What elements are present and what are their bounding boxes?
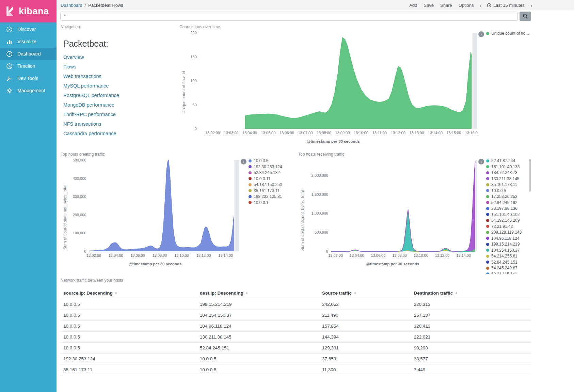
options-button[interactable]: Options [459, 3, 474, 8]
connections-area-chart[interactable]: 05010015020013:02:0013:03:0013:04:0013:0… [188, 31, 478, 138]
sidebar-item-dashboard[interactable]: Dashboard [0, 48, 57, 60]
legend-color-dot [249, 159, 252, 162]
y-tick-label: 200,000 [73, 213, 86, 217]
x-tick-label: 13:07:00 [298, 131, 313, 135]
legend-item[interactable]: 52.41.87.244 [486, 159, 522, 163]
x-tick-label: 13:15:00 [446, 131, 461, 135]
legend-item[interactable]: 10.0.0.5 [486, 189, 522, 193]
legend-item[interactable]: 151.101.40.133 [486, 165, 522, 169]
legend-item[interactable]: 10.0.0.1 [249, 201, 282, 205]
sidebar-item-visualize[interactable]: Visualize [0, 35, 57, 48]
time-picker[interactable]: Last 15 minutes [487, 3, 525, 8]
legend-item[interactable]: 54.245.249.67 [486, 266, 522, 270]
legend-label: 10.0.0.11 [254, 177, 270, 181]
x-tick-label: 13:06:00 [371, 253, 385, 257]
nav-link-thrift-rpc-performance[interactable]: Thrift-RPC performance [63, 112, 176, 117]
column-header-source-ip[interactable]: source.ip: Descending▲▼ [61, 287, 197, 299]
nav-link-cassandra-performance[interactable]: Cassandra performance [63, 131, 176, 136]
query-bar [57, 10, 574, 22]
legend-color-dot [486, 195, 489, 198]
nav-link-flows[interactable]: Flows [63, 64, 176, 69]
sidebar-item-timelion[interactable]: Timelion [0, 60, 57, 72]
nav-link-nfs-transactions[interactable]: NFS transactions [63, 122, 176, 127]
legend-item[interactable]: 209.128.119.143 [486, 230, 522, 234]
legend-item[interactable]: 35.161.173.11 [249, 189, 282, 193]
legend-toggle-button[interactable]: › [478, 159, 484, 164]
nav-link-mysql-performance[interactable]: MySQL performance [63, 83, 176, 89]
search-input[interactable] [60, 12, 518, 21]
x-tick-label: 13:05:00 [261, 131, 275, 135]
nav-link-overview[interactable]: Overview [63, 55, 176, 60]
search-button[interactable] [520, 12, 531, 21]
nav-link-web-transactions[interactable]: Web transactions [63, 74, 176, 79]
nav-link-mongodb-performance[interactable]: MongoDB performance [63, 103, 176, 108]
y-tick-label: 1,500,000 [312, 192, 328, 197]
legend-item[interactable]: 130.211.38.145 [486, 177, 522, 181]
legend-item[interactable]: 54.214.255.61 [486, 254, 522, 258]
chevron-left-icon[interactable]: ‹ [480, 2, 482, 9]
chevron-right-icon: › [481, 160, 482, 164]
legend-label: 52.84.245.151 [491, 260, 517, 264]
table-cell: 222,021 [411, 332, 531, 343]
column-header-source-traffic[interactable]: Source traffic▲▼ [319, 287, 411, 299]
legend-item[interactable]: 198.232.125.81 [249, 194, 282, 199]
legend-color-dot [249, 171, 252, 174]
legend-item[interactable]: 52.84.245.182 [249, 171, 282, 175]
sort-icon[interactable]: ▲▼ [354, 292, 356, 295]
x-tick-label: 13:04:00 [242, 131, 257, 135]
legend-label: 104.96.118.124 [491, 236, 520, 240]
nav-link-postgresql-performance[interactable]: PostgreSQL performance [63, 93, 176, 98]
y-tick-label: 2,000,000 [312, 173, 328, 177]
legend-item[interactable]: 10.0.0.11 [249, 177, 282, 181]
legend-item[interactable]: 54.187.150.250 [249, 183, 282, 187]
kibana-logo-icon [4, 5, 16, 17]
main-area: Dashboard / Packetbeat Flows AddSaveShar… [57, 0, 574, 392]
legend-color-dot [486, 237, 489, 240]
legend-color-dot [486, 32, 489, 35]
sort-icon[interactable]: ▲▼ [455, 292, 458, 295]
x-tick-label: 13:08:00 [317, 131, 331, 135]
receiving-traffic-area-chart[interactable]: 0500,0001,000,0001,500,0002,000,00013:02… [307, 158, 478, 260]
table-cell: 35.161.173.11 [61, 364, 197, 375]
legend-item[interactable]: 104.96.118.124 [486, 236, 522, 240]
legend-item[interactable]: 10.0.0.5 [249, 159, 282, 163]
legend-item[interactable]: 151.101.40.102 [486, 213, 522, 217]
x-tick-label: 13:10:00 [414, 253, 428, 257]
legend-item[interactable]: 17.253.26.253 [486, 194, 522, 199]
chevron-right-icon[interactable]: › [530, 2, 532, 9]
legend-item[interactable]: 184.72.248.73 [486, 171, 522, 175]
creating-traffic-area-chart[interactable]: 0100,000200,000300,000400,000500,00013:0… [69, 158, 241, 260]
sidebar-item-discover[interactable]: Discover [0, 23, 57, 35]
legend-color-dot [486, 177, 489, 180]
legend-item[interactable]: 104.254.150.37 [486, 248, 522, 252]
legend-item[interactable]: 23.197.98.136 [486, 206, 522, 210]
sort-icon[interactable]: ▲▼ [245, 292, 248, 295]
x-tick-label: 13:13:00 [409, 131, 424, 135]
save-button[interactable]: Save [424, 3, 434, 8]
legend-label: 52.84.245.182 [254, 171, 280, 175]
sidebar-item-dev-tools[interactable]: Dev Tools [0, 72, 57, 84]
legend-item[interactable]: 52.84.245.182 [486, 201, 522, 205]
legend-item[interactable]: Unique count of flow… [486, 31, 531, 35]
legend-toggle-button[interactable]: › [478, 31, 484, 37]
column-header-dest-ip[interactable]: dest.ip: Descending▲▼ [197, 287, 319, 299]
legend-label: 151.101.40.102 [491, 213, 520, 217]
legend-item[interactable]: 72.21.91.42 [486, 224, 522, 229]
legend-item[interactable]: 199.15.214.219 [486, 242, 522, 246]
breadcrumb-dashboard-link[interactable]: Dashboard [61, 3, 82, 8]
legend-scrollbar[interactable] [529, 159, 531, 192]
legend-item[interactable]: 52.24.115.141 [486, 272, 522, 274]
legend-item[interactable]: 35.161.173.11 [486, 183, 522, 187]
sort-icon[interactable]: ▲▼ [115, 292, 117, 295]
legend-toggle-button[interactable]: › [241, 159, 246, 164]
legend-item[interactable]: 52.84.245.151 [486, 260, 522, 264]
table-cell: 52.84.245.151 [197, 343, 319, 354]
legend-label: 23.197.98.136 [491, 206, 517, 210]
add-button[interactable]: Add [409, 3, 417, 8]
share-button[interactable]: Share [440, 3, 452, 8]
legend-item[interactable]: 54.192.146.209 [486, 218, 522, 222]
column-header-destination-traffic[interactable]: Destination traffic▲▼ [411, 287, 531, 299]
sidebar-item-management[interactable]: Management [0, 84, 57, 97]
legend-item[interactable]: 192.30.253.124 [249, 165, 282, 169]
kibana-logo[interactable]: kibana [0, 0, 57, 22]
